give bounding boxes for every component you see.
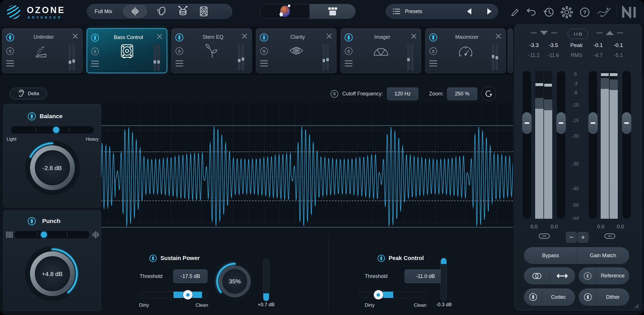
- stereo-mode-button[interactable]: [524, 268, 550, 284]
- gain-match-button[interactable]: Gain Match: [577, 248, 629, 263]
- module-solo-button[interactable]: S: [6, 47, 14, 55]
- output-link-button[interactable]: [604, 232, 616, 241]
- balance-slider[interactable]: [11, 126, 94, 134]
- punch-power-toggle[interactable]: [27, 217, 36, 227]
- gain-increment-button[interactable]: +: [578, 232, 588, 243]
- module-tab-clarity[interactable]: ClarityS: [256, 28, 337, 73]
- waveform-display[interactable]: [101, 103, 513, 228]
- mix-option-full-mix[interactable]: [123, 5, 147, 18]
- module-menu-icon[interactable]: [260, 60, 268, 68]
- input-gain-right[interactable]: 0.0: [551, 224, 558, 230]
- bypass-button[interactable]: Bypass: [524, 248, 577, 263]
- close-icon[interactable]: [156, 33, 163, 40]
- module-tab-unlimiter[interactable]: UnlimiterS: [2, 28, 83, 73]
- module-solo-button[interactable]: S: [345, 47, 352, 55]
- power-icon: [27, 112, 36, 121]
- history-icon[interactable]: [543, 6, 555, 19]
- meter-scale-label: -15: [572, 118, 579, 124]
- balance-power-toggle[interactable]: [27, 112, 36, 122]
- delta-button[interactable]: Delta: [10, 88, 47, 99]
- close-icon[interactable]: [241, 33, 248, 39]
- reference-power-toggle[interactable]: [579, 268, 596, 284]
- undo-icon[interactable]: [525, 7, 537, 18]
- dither-button[interactable]: Dither: [596, 289, 629, 305]
- sustain-amount-value: 35%: [214, 278, 255, 285]
- module-power-toggle[interactable]: [344, 33, 353, 43]
- peak-slider-handle[interactable]: [374, 290, 383, 300]
- codec-power-toggle[interactable]: [524, 289, 542, 305]
- vocal-icon: [157, 6, 168, 17]
- help-icon[interactable]: ?: [578, 6, 591, 19]
- module-power-toggle[interactable]: [175, 33, 184, 43]
- view-toggle-sphere[interactable]: [260, 4, 309, 19]
- view-toggle-modules[interactable]: [309, 4, 355, 19]
- module-meter-left: [323, 44, 325, 71]
- module-tab-stem-eq[interactable]: Stem EQS: [171, 28, 252, 73]
- codec-button[interactable]: Codec: [542, 289, 575, 305]
- preset-prev-button[interactable]: [467, 8, 471, 15]
- module-tab-maximizer[interactable]: MaximizerS: [425, 28, 506, 73]
- sustain-min-label: Dirty: [139, 302, 149, 308]
- output-gain-right[interactable]: 0.0: [617, 224, 624, 230]
- close-icon[interactable]: [326, 33, 332, 39]
- threshold-line-upper[interactable]: [101, 152, 513, 152]
- slider-tick: [37, 232, 38, 237]
- close-icon[interactable]: [411, 33, 417, 39]
- module-menu-icon[interactable]: [345, 60, 352, 68]
- zoom-value[interactable]: 250 %: [447, 87, 477, 100]
- module-menu-icon[interactable]: [176, 60, 183, 68]
- mix-option-vocal[interactable]: [157, 6, 168, 17]
- preset-next-button[interactable]: [487, 8, 492, 15]
- presets-button[interactable]: Presets: [405, 9, 422, 15]
- module-menu-icon[interactable]: [429, 60, 437, 68]
- input-fader-left-thumb[interactable]: [522, 112, 531, 134]
- module-solo-button[interactable]: S: [91, 48, 99, 55]
- close-icon[interactable]: [495, 33, 502, 39]
- channel-swap-button[interactable]: [550, 268, 575, 284]
- sustain-slider[interactable]: [140, 291, 209, 298]
- sustain-power-toggle[interactable]: [149, 254, 157, 263]
- balance-slider-handle[interactable]: [53, 127, 59, 133]
- module-solo-button[interactable]: S: [260, 47, 268, 55]
- transients-icon: [6, 231, 13, 238]
- sustain-threshold-value[interactable]: -17.5 dB: [173, 269, 207, 283]
- module-menu-icon[interactable]: [91, 61, 99, 68]
- resize-grip[interactable]: [633, 303, 639, 308]
- module-power-toggle[interactable]: [91, 33, 99, 43]
- sustain-slider-handle[interactable]: [183, 290, 193, 300]
- loop-playback-button[interactable]: [481, 86, 496, 101]
- dither-power-toggle[interactable]: [579, 289, 596, 305]
- mix-option-drums[interactable]: [177, 6, 189, 17]
- cutoff-frequency-value[interactable]: 120 Hz: [387, 87, 418, 100]
- gain-decrement-button[interactable]: −: [566, 232, 577, 243]
- module-tab-bass-control[interactable]: Bass ControlS: [87, 28, 167, 73]
- input-fader-right-thumb[interactable]: [557, 112, 566, 134]
- peak-slider[interactable]: [359, 291, 427, 298]
- gear-icon[interactable]: [560, 6, 573, 19]
- maximizer-icon: [458, 43, 474, 59]
- module-power-toggle[interactable]: [6, 33, 15, 43]
- input-link-button[interactable]: [538, 232, 550, 241]
- module-power-toggle[interactable]: [429, 33, 438, 43]
- input-gain-left[interactable]: 0.0: [530, 224, 537, 230]
- punch-slider[interactable]: [15, 231, 89, 238]
- module-menu-icon[interactable]: [6, 60, 14, 68]
- output-gain-left[interactable]: 0.0: [597, 224, 604, 230]
- module-solo-button[interactable]: S: [176, 47, 183, 55]
- module-power-toggle[interactable]: [260, 33, 268, 43]
- close-icon[interactable]: [72, 33, 78, 39]
- reference-button[interactable]: Reference: [596, 268, 629, 284]
- module-solo-button[interactable]: S: [429, 47, 437, 55]
- output-fader-right-thumb[interactable]: [622, 112, 631, 134]
- mix-option-bass[interactable]: [198, 6, 209, 17]
- pencil-icon[interactable]: [510, 7, 520, 18]
- output-fader-left-thumb[interactable]: [588, 112, 598, 134]
- threshold-line-lower[interactable]: [101, 201, 513, 201]
- peak-threshold-value[interactable]: -11.0 dB: [405, 269, 446, 283]
- output-meter-right-recent: [610, 79, 618, 90]
- punch-slider-handle[interactable]: [41, 232, 47, 238]
- peak-power-toggle[interactable]: [377, 254, 385, 263]
- module-tab-imager[interactable]: ImagerS: [341, 28, 421, 73]
- power-icon: [529, 293, 537, 301]
- cutoff-solo-icon[interactable]: S: [331, 90, 338, 98]
